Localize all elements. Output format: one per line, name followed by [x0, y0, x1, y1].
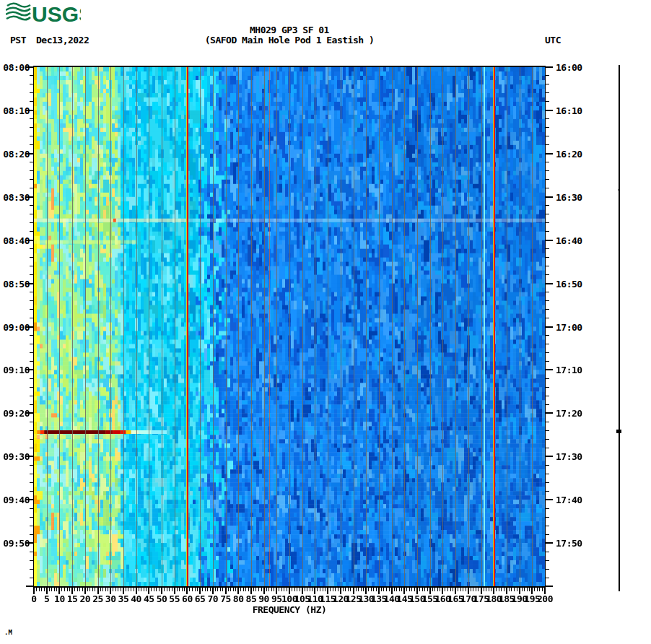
bottom-axis-tick-label: 0: [31, 594, 36, 604]
bottom-axis-tick: [401, 588, 402, 591]
right-axis-tick: [546, 266, 549, 266]
right-axis-tick-label: 16:30: [556, 192, 582, 201]
right-axis-tick: [546, 170, 549, 171]
bottom-axis-tick-label: 90: [258, 594, 269, 604]
right-axis-tick: [546, 292, 549, 292]
left-axis-tick-label: 09:20: [0, 409, 30, 418]
left-axis-tick-label: 08:30: [0, 192, 30, 201]
bottom-axis-tick: [476, 588, 476, 591]
left-axis-tick-label: 09:10: [0, 365, 30, 375]
corner-mark: .M: [4, 630, 12, 636]
right-axis-tick: [546, 542, 553, 544]
bottom-axis-tick: [89, 588, 90, 591]
bottom-axis-tick: [195, 588, 196, 591]
bottom-axis-tick: [447, 588, 448, 591]
bottom-axis-tick: [509, 588, 510, 591]
bottom-axis-tick-label: 40: [131, 594, 141, 604]
bottom-axis-tick: [440, 588, 440, 591]
bottom-axis-tick: [144, 588, 144, 591]
left-axis-tick-label: 08:10: [0, 105, 30, 115]
left-axis-tick: [30, 352, 33, 353]
right-axis-tick: [546, 196, 553, 198]
bottom-axis-tick: [486, 588, 486, 591]
bottom-axis-tick: [504, 588, 504, 591]
bottom-axis-tick: [41, 588, 42, 591]
bottom-axis-tick: [79, 588, 80, 591]
bottom-axis-tick: [240, 588, 241, 591]
left-axis-tick: [30, 387, 33, 388]
bottom-axis-tick: [292, 588, 292, 591]
right-axis-tick: [546, 369, 553, 370]
bottom-axis-tick: [522, 588, 523, 591]
bottom-axis-tick: [376, 588, 377, 591]
right-axis-tick: [546, 274, 549, 275]
left-axis-tick: [30, 309, 33, 310]
bottom-axis-tick: [261, 588, 262, 591]
left-axis-tick-label: 09:00: [0, 322, 30, 331]
bottom-axis-tick: [335, 588, 336, 591]
bottom-axis-tick: [496, 588, 497, 591]
bottom-axis-tick: [82, 588, 83, 591]
timezone-left-label: PST: [10, 35, 26, 45]
x-axis-title: FREQUENCY (HZ): [253, 605, 327, 614]
bottom-axis-tick: [473, 588, 473, 591]
right-axis-tick: [546, 66, 553, 68]
bottom-axis-tick: [414, 588, 415, 591]
bottom-axis-tick: [56, 588, 57, 591]
bottom-axis-tick-label: 25: [92, 594, 103, 604]
bottom-axis-tick: [300, 588, 300, 591]
left-axis-tick: [30, 404, 33, 405]
bottom-axis-tick: [427, 588, 428, 591]
bottom-axis-tick: [210, 588, 211, 591]
bottom-axis-tick: [411, 588, 412, 591]
bottom-axis-tick: [317, 588, 318, 591]
bottom-axis-tick: [121, 588, 121, 591]
left-axis-tick: [30, 248, 33, 249]
bottom-axis-tick: [74, 588, 75, 591]
bottom-axis-tick: [348, 588, 349, 591]
bottom-axis-tick: [102, 588, 103, 591]
left-axis-tick: [30, 361, 33, 362]
bottom-axis-tick: [422, 588, 423, 591]
bottom-axis-tick: [381, 588, 382, 591]
bottom-axis-tick: [489, 588, 489, 591]
left-axis-tick: [30, 118, 33, 119]
left-axis-tick: [30, 257, 33, 258]
bottom-axis-tick: [383, 588, 384, 591]
right-axis-tick: [546, 136, 549, 136]
bottom-axis-tick: [141, 588, 141, 591]
plot-subtitle: (SAFOD Main Hole Pod 1 Eastish ): [205, 35, 374, 45]
right-axis-tick-label: 17:50: [556, 539, 582, 548]
spectrogram-canvas: [34, 67, 545, 586]
bottom-axis-tick: [167, 588, 167, 591]
right-axis-tick: [546, 474, 549, 474]
trace-event-blip: [616, 430, 621, 433]
right-axis-tick: [546, 335, 549, 336]
bottom-axis-tick: [338, 588, 338, 591]
bottom-axis-tick: [156, 588, 157, 591]
left-axis-tick: [30, 75, 33, 76]
bottom-axis-tick: [61, 588, 62, 591]
left-axis-tick-label: 09:30: [0, 452, 30, 461]
right-axis-tick: [546, 482, 549, 483]
bottom-axis-tick: [305, 588, 305, 591]
left-axis-tick: [26, 586, 33, 587]
bottom-axis-tick: [253, 588, 254, 591]
right-axis-tick-label: 17:10: [556, 365, 582, 375]
bottom-axis-tick-label: 55: [169, 594, 180, 604]
bottom-axis-tick: [179, 588, 180, 591]
right-axis-tick: [546, 387, 549, 388]
right-axis-tick-label: 16:50: [556, 279, 582, 288]
right-axis-tick: [546, 534, 549, 535]
spectrogram-page: USGS PST Dec13,2022 MH029 GP3 SF 01 (SAF…: [0, 0, 651, 644]
bottom-axis-tick: [202, 588, 203, 591]
bottom-axis-tick: [399, 588, 400, 591]
bottom-axis-tick: [172, 588, 172, 591]
bottom-axis-tick: [325, 588, 326, 591]
right-axis-tick: [546, 396, 549, 396]
bottom-axis-tick: [529, 588, 530, 591]
usgs-logo: USGS: [6, 1, 81, 25]
bottom-axis-tick: [274, 588, 274, 591]
left-axis-tick: [30, 222, 33, 223]
bottom-axis-tick: [64, 588, 65, 591]
